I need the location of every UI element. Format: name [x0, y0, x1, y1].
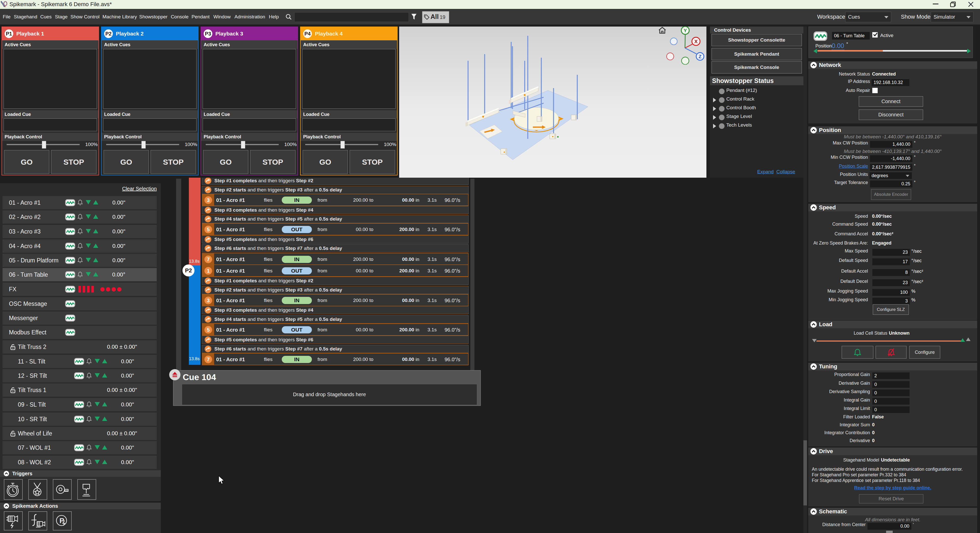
- svg-text:X: X: [694, 39, 698, 44]
- svg-text:Z: Z: [698, 54, 702, 59]
- svg-text:Y: Y: [684, 28, 687, 33]
